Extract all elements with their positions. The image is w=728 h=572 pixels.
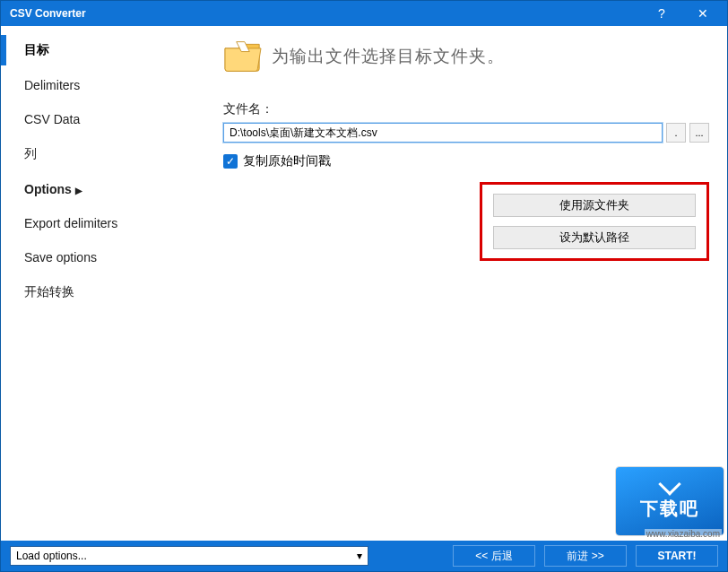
next-button[interactable]: 前进 >> bbox=[544, 545, 627, 567]
load-options-dropdown[interactable]: Load options... ▾ bbox=[10, 546, 368, 566]
load-options-label: Load options... bbox=[16, 550, 87, 562]
highlighted-actions: 使用源文件夹 设为默认路径 bbox=[480, 182, 709, 261]
sidebar-item-label: 目标 bbox=[24, 42, 49, 56]
set-default-path-button[interactable]: 设为默认路径 bbox=[493, 226, 696, 249]
file-name-label: 文件名： bbox=[223, 101, 709, 117]
sidebar-item-target[interactable]: 目标 bbox=[1, 35, 214, 65]
sidebar-item-label: 列 bbox=[24, 146, 37, 160]
sidebar-item-label: CSV Data bbox=[24, 112, 80, 126]
chevron-down-icon: ▾ bbox=[357, 550, 362, 562]
sidebar-item-columns[interactable]: 列 bbox=[1, 139, 214, 169]
sidebar-item-export-delimiters[interactable]: Export delimiters bbox=[1, 209, 214, 238]
file-dot-button[interactable]: . bbox=[666, 123, 686, 143]
sidebar-item-label: 开始转换 bbox=[24, 284, 74, 299]
sidebar-item-label: Export delimiters bbox=[24, 216, 117, 230]
chevron-right-icon: ▶ bbox=[75, 186, 82, 195]
use-source-folder-button[interactable]: 使用源文件夹 bbox=[493, 194, 696, 217]
sidebar-item-label: Options bbox=[24, 182, 72, 196]
sidebar-item-start-convert[interactable]: 开始转换 bbox=[1, 277, 214, 308]
footer: Load options... ▾ << 后退 前进 >> START! bbox=[1, 541, 727, 571]
copy-timestamp-checkbox[interactable]: ✓ bbox=[223, 154, 238, 169]
titlebar: CSV Converter ? ✕ bbox=[1, 1, 727, 26]
start-button[interactable]: START! bbox=[636, 545, 718, 567]
app-window: CSV Converter ? ✕ 目标 Delimiters CSV Data… bbox=[0, 0, 728, 572]
watermark-url: www.xiazaiba.com bbox=[645, 529, 722, 539]
file-browse-button[interactable]: ... bbox=[689, 123, 709, 143]
page-heading: 为输出文件选择目标文件夹。 bbox=[272, 45, 505, 68]
app-title: CSV Converter bbox=[10, 7, 641, 20]
copy-timestamp-row: ✓ 复制原始时间戳 bbox=[223, 153, 709, 169]
sidebar-item-csv-data[interactable]: CSV Data bbox=[1, 105, 214, 134]
folder-icon bbox=[223, 39, 263, 74]
file-name-row: . ... bbox=[223, 123, 709, 143]
copy-timestamp-label: 复制原始时间戳 bbox=[243, 153, 331, 169]
main-panel: 为输出文件选择目标文件夹。 文件名： . ... ✓ 复制原始时间戳 使用源文件… bbox=[214, 26, 727, 541]
content: 目标 Delimiters CSV Data 列 Options▶ Export… bbox=[1, 26, 727, 541]
heading-row: 为输出文件选择目标文件夹。 bbox=[223, 39, 709, 74]
sidebar-item-options[interactable]: Options▶ bbox=[1, 175, 214, 204]
sidebar-item-delimiters[interactable]: Delimiters bbox=[1, 71, 214, 100]
file-name-input[interactable] bbox=[223, 123, 663, 143]
help-button[interactable]: ? bbox=[641, 1, 682, 26]
sidebar-item-label: Save options bbox=[24, 250, 97, 264]
sidebar-item-save-options[interactable]: Save options bbox=[1, 243, 214, 272]
sidebar-item-label: Delimiters bbox=[24, 78, 80, 92]
sidebar: 目标 Delimiters CSV Data 列 Options▶ Export… bbox=[1, 26, 214, 541]
back-button[interactable]: << 后退 bbox=[453, 545, 535, 567]
close-button[interactable]: ✕ bbox=[682, 1, 724, 26]
